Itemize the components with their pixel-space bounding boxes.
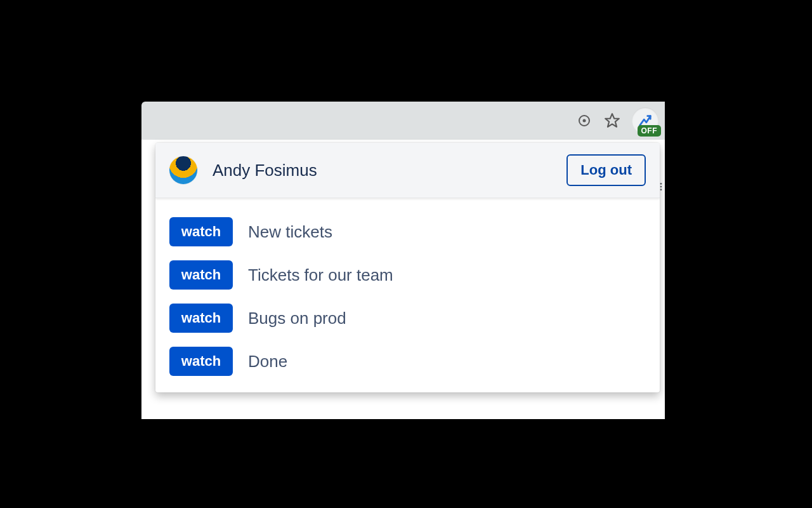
target-icon[interactable] bbox=[576, 112, 593, 129]
extension-icon[interactable]: OFF bbox=[632, 107, 658, 134]
watch-button[interactable]: watch bbox=[169, 304, 233, 333]
browser-toolbar: OFF bbox=[141, 102, 665, 140]
svg-point-3 bbox=[660, 183, 662, 185]
filter-label: Tickets for our team bbox=[248, 265, 393, 285]
popup-header: Andy Fosimus Log out bbox=[155, 143, 660, 198]
svg-marker-2 bbox=[605, 114, 619, 127]
svg-point-1 bbox=[583, 119, 586, 123]
watch-button[interactable]: watch bbox=[169, 217, 233, 246]
filter-label: Done bbox=[248, 352, 287, 371]
popup-body: watch New tickets watch Tickets for our … bbox=[155, 198, 660, 392]
extension-badge: OFF bbox=[638, 125, 662, 137]
user-name: Andy Fosimus bbox=[213, 161, 566, 180]
avatar bbox=[169, 156, 197, 184]
list-item: watch New tickets bbox=[169, 217, 646, 246]
watch-button[interactable]: watch bbox=[169, 260, 233, 290]
watch-button[interactable]: watch bbox=[169, 347, 233, 376]
filter-label: New tickets bbox=[248, 222, 332, 242]
extension-popup: Andy Fosimus Log out watch New tickets w… bbox=[155, 143, 660, 392]
logout-button[interactable]: Log out bbox=[566, 154, 646, 186]
svg-point-5 bbox=[660, 189, 662, 190]
list-item: watch Tickets for our team bbox=[169, 260, 646, 290]
list-item: watch Bugs on prod bbox=[169, 304, 646, 333]
list-item: watch Done bbox=[169, 347, 646, 376]
star-icon[interactable] bbox=[604, 112, 620, 129]
filter-label: Bugs on prod bbox=[248, 309, 346, 328]
svg-point-4 bbox=[660, 186, 662, 188]
